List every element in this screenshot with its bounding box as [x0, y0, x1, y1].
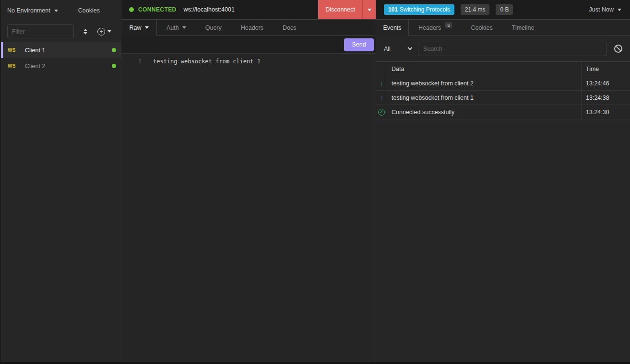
websocket-url[interactable]: ws://localhost:4001	[184, 6, 235, 13]
icon-column-header	[376, 62, 387, 76]
event-time: 13:24:38	[581, 91, 630, 105]
check-glyph: ✓	[380, 110, 383, 114]
event-data: Connected successfully	[387, 105, 581, 119]
tabrow-filler	[306, 20, 376, 36]
event-time: 13:24:46	[581, 76, 630, 90]
response-pane: 101 Switching Protocols 21.4 ms 0 B Just…	[376, 0, 630, 362]
event-data: testing websocket from client 2	[387, 76, 581, 90]
status-code-badge: 101 Switching Protocols	[384, 4, 454, 15]
event-row-sent[interactable]: ↑ testing websocket from client 1 13:24:…	[376, 91, 630, 105]
connected-dot-icon	[129, 7, 134, 12]
request-tabs: Raw Auth Query Headers Docs	[121, 20, 376, 36]
tab-label: Auth	[166, 24, 179, 31]
time-column-header: Time	[581, 62, 630, 76]
sort-up-icon	[83, 29, 87, 31]
duration-badge: 21.4 ms	[461, 4, 490, 15]
ws-method-tag: WS	[8, 47, 19, 53]
plus-circle-icon: +	[97, 28, 105, 35]
add-request-button[interactable]: +	[97, 28, 111, 35]
plus-glyph: +	[99, 29, 103, 35]
check-circle-icon: ✓	[378, 109, 385, 116]
event-row-received[interactable]: ↓ testing websocket from client 2 13:24:…	[376, 76, 630, 91]
tab-label: Headers	[241, 24, 263, 31]
history-label: Just Now	[589, 6, 614, 13]
response-status-bar: 101 Switching Protocols 21.4 ms 0 B Just…	[376, 0, 630, 20]
request-list: WS Client 1 WS Client 2	[1, 42, 121, 362]
connection-status-dot	[112, 64, 116, 68]
request-name: Client 1	[25, 47, 45, 54]
chevron-down-icon	[408, 46, 413, 50]
tab-events[interactable]: Events	[376, 20, 409, 36]
event-type-label: All	[384, 46, 391, 52]
tab-label: Events	[383, 24, 401, 31]
request-item-client-2[interactable]: WS Client 2	[1, 58, 121, 74]
tabrow-filler	[544, 20, 630, 36]
message-editor[interactable]: 1 testing websocket from client 1	[121, 54, 376, 362]
size-badge: 0 B	[496, 4, 513, 15]
chevron-down-icon	[368, 9, 371, 11]
request-item-client-1[interactable]: WS Client 1	[1, 42, 121, 58]
response-history-dropdown[interactable]: Just Now	[589, 6, 621, 13]
tab-label: Headers	[418, 24, 441, 31]
sidebar-filter-input[interactable]	[7, 24, 74, 38]
headers-count-badge: 5	[445, 22, 452, 28]
cookies-button[interactable]: Cookies	[78, 7, 100, 14]
send-button[interactable]: Send	[344, 38, 374, 51]
environment-selector[interactable]: No Environment	[7, 7, 78, 14]
event-data: testing websocket from client 1	[387, 91, 581, 105]
tab-auth[interactable]: Auth	[157, 20, 196, 36]
tab-label: Query	[205, 24, 222, 31]
events-table-header: Data Time	[376, 62, 630, 76]
chevron-down-icon	[107, 30, 111, 33]
environment-label: No Environment	[7, 7, 50, 14]
data-column-header: Data	[387, 62, 581, 76]
sidebar-header: No Environment Cookies	[1, 0, 121, 21]
chevron-down-icon	[54, 10, 58, 12]
tab-label: Cookies	[471, 24, 493, 31]
events-filter-row: All	[376, 36, 630, 61]
arrow-up-icon: ↑	[380, 94, 383, 101]
tab-raw[interactable]: Raw	[121, 20, 157, 36]
editor-text: testing websocket from client 1	[142, 57, 261, 66]
sort-down-icon	[83, 32, 87, 35]
chevron-down-icon	[145, 26, 149, 29]
status-code: 101	[388, 6, 398, 13]
event-search-input[interactable]	[418, 42, 606, 56]
tab-query[interactable]: Query	[196, 20, 231, 36]
arrow-down-icon: ↓	[380, 80, 383, 87]
tab-label: Timeline	[512, 24, 535, 31]
chevron-down-icon	[182, 26, 186, 29]
event-row-connected[interactable]: ✓ Connected successfully 13:24:30	[376, 105, 630, 119]
connection-status-label: CONNECTED	[138, 6, 177, 13]
disconnect-options-button[interactable]	[362, 0, 376, 19]
tab-label: Raw	[129, 24, 141, 31]
app-window: No Environment Cookies + WS Client 1	[0, 0, 630, 362]
status-reason: Switching Protocols	[400, 6, 450, 13]
tab-response-headers[interactable]: Headers 5	[409, 20, 462, 36]
ws-method-tag: WS	[8, 63, 19, 69]
disconnect-label[interactable]: Disconnect	[318, 0, 362, 19]
tab-docs[interactable]: Docs	[273, 20, 306, 36]
response-tabs: Events Headers 5 Cookies Timeline	[376, 20, 630, 36]
disconnect-button[interactable]: Disconnect	[318, 0, 376, 19]
sidebar-filter-row: +	[1, 21, 121, 42]
line-number: 1	[121, 57, 142, 66]
request-url-bar: CONNECTED ws://localhost:4001 Disconnect	[121, 0, 376, 20]
event-time: 13:24:30	[581, 105, 630, 119]
sort-icon[interactable]	[83, 29, 87, 35]
chevron-down-icon	[618, 9, 621, 11]
tab-response-cookies[interactable]: Cookies	[462, 20, 502, 36]
send-row: Send	[121, 36, 376, 54]
events-table: Data Time ↓ testing websocket from clien…	[376, 61, 630, 119]
sidebar: No Environment Cookies + WS Client 1	[1, 0, 121, 362]
tab-timeline[interactable]: Timeline	[502, 20, 544, 36]
request-pane: CONNECTED ws://localhost:4001 Disconnect…	[121, 0, 376, 362]
request-name: Client 2	[25, 63, 45, 70]
clear-events-ban-icon[interactable]	[614, 45, 622, 53]
tab-headers[interactable]: Headers	[231, 20, 273, 36]
connection-status-dot	[112, 48, 116, 52]
tab-label: Docs	[283, 24, 296, 31]
event-type-dropdown[interactable]: All	[384, 46, 412, 52]
editor-line: 1 testing websocket from client 1	[121, 57, 376, 66]
